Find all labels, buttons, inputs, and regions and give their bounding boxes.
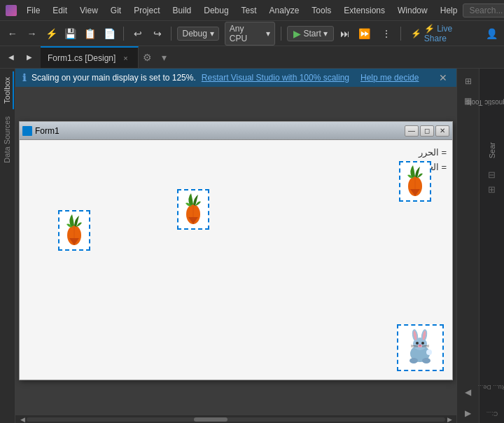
menu-debug[interactable]: Debug bbox=[198, 4, 234, 17]
nav-back-button[interactable]: ← bbox=[4, 25, 21, 42]
toolbar-btn-4[interactable]: 📄 bbox=[101, 25, 118, 42]
vs-logo-icon bbox=[6, 5, 17, 16]
diagnostic-panel: Diagnostic Tools Sear ⊟ ⊞ Ru... De... C:… bbox=[479, 69, 504, 423]
form-window-controls: — ◻ ✕ bbox=[405, 125, 449, 137]
horizontal-scrollbar[interactable]: ◀ ▶ bbox=[15, 415, 456, 423]
menu-bar: File Edit View Git Project Build Debug T… bbox=[21, 4, 463, 17]
rabbit-image[interactable] bbox=[397, 324, 444, 371]
title-search-wrapper: 🔍 bbox=[463, 4, 504, 18]
live-share-label: ⚡ Live Share bbox=[424, 24, 476, 43]
diagnostic-btn-1[interactable]: ⊟ bbox=[488, 169, 496, 180]
scroll-thumb[interactable] bbox=[194, 417, 227, 422]
sidebar-data-sources[interactable]: Data Sources bbox=[1, 111, 14, 169]
debug-config-chevron: ▾ bbox=[210, 29, 214, 39]
right-panel-btn-1[interactable]: ⊞ bbox=[460, 73, 477, 90]
undo-button[interactable]: ↩ bbox=[130, 25, 146, 42]
help-decide-link[interactable]: Help me decide bbox=[360, 73, 419, 83]
main-layout: Toolbox Data Sources ℹ Scaling on your m… bbox=[0, 69, 504, 423]
carrot-svg-2 bbox=[180, 192, 206, 227]
sidebar-toolbox[interactable]: Toolbox bbox=[1, 71, 14, 109]
diagnostic-bottom: Ru... De... C:... bbox=[479, 373, 504, 420]
svg-point-20 bbox=[422, 358, 430, 363]
info-icon: ℹ bbox=[22, 72, 26, 83]
carrot-image-1[interactable] bbox=[58, 210, 90, 251]
diagnostic-label-ru: Ru... De... bbox=[477, 384, 504, 391]
title-search-input[interactable] bbox=[463, 4, 504, 18]
tab-close-button[interactable]: × bbox=[120, 53, 131, 64]
toolbar-btn-extra[interactable]: ⋮ bbox=[378, 25, 395, 42]
diagnostic-btn-2[interactable]: ⊞ bbox=[488, 184, 496, 195]
toolbar-btn-2[interactable]: 💾 bbox=[62, 25, 79, 42]
start-label: Start bbox=[303, 29, 321, 39]
carrot-image-2[interactable] bbox=[177, 189, 209, 230]
restart-scaling-link[interactable]: Restart Visual Studio with 100% scaling bbox=[202, 73, 349, 83]
toolbar: ← → ⚡ 💾 📋 📄 ↩ ↪ Debug ▾ Any CPU ▾ ▶ Star… bbox=[0, 21, 504, 46]
form-designer: Form1 — ◻ ✕ = الحرر = العاقد bbox=[15, 87, 456, 415]
toolbar-btn-3[interactable]: 📋 bbox=[82, 25, 99, 42]
play-icon: ▶ bbox=[293, 28, 301, 39]
menu-analyze[interactable]: Analyze bbox=[264, 4, 305, 17]
carrot-svg-3 bbox=[402, 164, 428, 199]
diagnostic-label-c: C:... bbox=[486, 411, 498, 418]
menu-git[interactable]: Git bbox=[105, 4, 127, 17]
form-close-button[interactable]: ✕ bbox=[435, 125, 449, 137]
svg-point-21 bbox=[426, 349, 432, 355]
menu-extensions[interactable]: Extensions bbox=[338, 4, 391, 17]
content-area: ℹ Scaling on your main display is set to… bbox=[15, 69, 456, 423]
tab-bar: ◀ ▶ Form1.cs [Design] × ⚙ ▾ bbox=[0, 46, 504, 69]
scroll-tabs-left[interactable]: ◀ bbox=[3, 49, 20, 66]
tab-form1-design[interactable]: Form1.cs [Design] × bbox=[41, 46, 139, 68]
info-close-button[interactable]: ✕ bbox=[437, 71, 449, 84]
start-debug-button[interactable]: ▶ Start ▾ bbox=[287, 26, 333, 41]
carrot-image-3[interactable] bbox=[399, 161, 431, 202]
diagnostic-label: Diagnostic Tools bbox=[466, 99, 504, 106]
form-title-text: Form1 bbox=[35, 126, 59, 136]
menu-help[interactable]: Help bbox=[435, 4, 463, 17]
toolbar-btn-step[interactable]: ⏭ bbox=[337, 25, 354, 42]
form-content[interactable]: = الحرر = العاقد bbox=[20, 140, 452, 380]
menu-test[interactable]: Test bbox=[236, 4, 262, 17]
form-window: Form1 — ◻ ✕ = الحرر = العاقد bbox=[19, 121, 453, 380]
tab-form1-label: Form1.cs [Design] bbox=[48, 53, 115, 63]
live-share-button[interactable]: ⚡ ⚡ Live Share bbox=[407, 22, 480, 45]
title-bar: File Edit View Git Project Build Debug T… bbox=[0, 0, 504, 21]
right-panel: ⊞ ▦ ◀ ▶ bbox=[456, 69, 479, 423]
menu-window[interactable]: Window bbox=[392, 4, 433, 17]
form-minimize-button[interactable]: — bbox=[405, 125, 419, 137]
scroll-track[interactable] bbox=[27, 417, 445, 422]
live-share-icon: ⚡ bbox=[411, 29, 421, 39]
info-message: Scaling on your main display is set to 1… bbox=[31, 73, 196, 83]
menu-build[interactable]: Build bbox=[167, 4, 197, 17]
menu-edit[interactable]: Edit bbox=[47, 4, 73, 17]
menu-file[interactable]: File bbox=[21, 4, 46, 17]
form-restore-button[interactable]: ◻ bbox=[420, 125, 434, 137]
svg-point-19 bbox=[410, 358, 418, 363]
form-title: Form1 bbox=[22, 126, 59, 136]
user-profile-button[interactable]: 👤 bbox=[483, 25, 500, 42]
debug-config-dropdown[interactable]: Debug ▾ bbox=[177, 27, 218, 41]
arabic-line1: = الحرر bbox=[417, 146, 447, 160]
tab-chevron-down-icon[interactable]: ▾ bbox=[155, 46, 172, 68]
right-panel-expand-button[interactable]: ◀ bbox=[460, 384, 477, 401]
scroll-tabs-right[interactable]: ▶ bbox=[21, 49, 38, 66]
toolbar-separator-1 bbox=[123, 27, 124, 41]
toolbar-btn-step2[interactable]: ⏩ bbox=[356, 25, 372, 42]
scroll-left-button[interactable]: ◀ bbox=[18, 415, 27, 424]
tab-settings-button[interactable]: ⚙ bbox=[139, 46, 155, 68]
cpu-config-dropdown[interactable]: Any CPU ▾ bbox=[225, 22, 276, 46]
toolbar-separator-2 bbox=[171, 27, 172, 41]
nav-forward-button[interactable]: → bbox=[24, 25, 41, 42]
toolbar-separator-3 bbox=[281, 27, 281, 41]
form-titlebar: Form1 — ◻ ✕ bbox=[20, 122, 452, 140]
left-sidebar: Toolbox Data Sources bbox=[0, 69, 15, 423]
menu-view[interactable]: View bbox=[74, 4, 104, 17]
menu-tools[interactable]: Tools bbox=[306, 4, 337, 17]
cpu-config-label: Any CPU bbox=[230, 24, 264, 43]
redo-button[interactable]: ↪ bbox=[149, 25, 166, 42]
toolbar-btn-1[interactable]: ⚡ bbox=[43, 25, 59, 42]
menu-project[interactable]: Project bbox=[128, 4, 165, 17]
debug-config-label: Debug bbox=[182, 29, 206, 39]
sear-text: Sear bbox=[488, 142, 496, 158]
scroll-right-button[interactable]: ▶ bbox=[445, 415, 454, 424]
right-panel-collapse-button[interactable]: ▶ bbox=[460, 405, 477, 422]
